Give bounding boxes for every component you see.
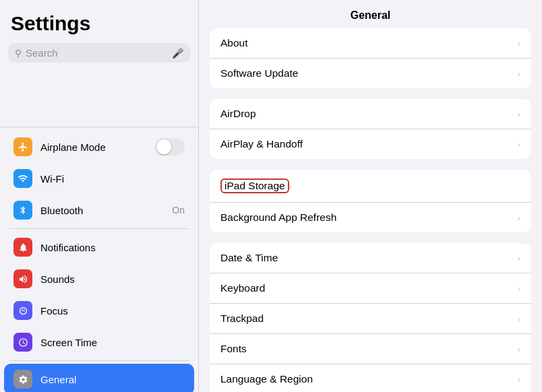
software-update-chevron-icon: ›	[518, 69, 520, 79]
trackpad-chevron-icon: ›	[518, 314, 520, 324]
sidebar-item-sounds[interactable]: Sounds	[4, 263, 194, 294]
settings-row-trackpad[interactable]: Trackpad›	[210, 304, 531, 334]
screen-time-label: Screen Time	[40, 337, 185, 348]
settings-row-background-app-refresh[interactable]: Background App Refresh›	[210, 203, 531, 232]
sidebar-item-wifi[interactable]: Wi-Fi	[4, 163, 194, 194]
sidebar-item-general[interactable]: General	[4, 364, 194, 392]
focus-label: Focus	[40, 305, 185, 317]
settings-group-group4: Date & Time›Keyboard›Trackpad›Fonts›Lang…	[210, 243, 531, 392]
date-time-label: Date & Time	[220, 252, 518, 264]
search-icon: ⚲	[15, 48, 22, 59]
settings-row-about[interactable]: About›	[210, 28, 531, 59]
keyboard-chevron-icon: ›	[518, 284, 520, 294]
ipad-storage-chevron-icon: ›	[289, 181, 292, 191]
settings-group-group3: iPad Storage›Background App Refresh›	[210, 170, 531, 232]
language-region-chevron-icon: ›	[518, 374, 520, 385]
settings-row-software-update[interactable]: Software Update›	[210, 59, 531, 88]
airplay-chevron-icon: ›	[518, 139, 520, 150]
airplane-mode-toggle[interactable]	[155, 138, 185, 156]
sounds-label: Sounds	[40, 273, 185, 285]
notifications-label: Notifications	[40, 242, 185, 253]
settings-row-airdrop[interactable]: AirDrop›	[210, 99, 531, 129]
settings-row-ipad-storage[interactable]: iPad Storage›	[210, 170, 531, 203]
fonts-chevron-icon: ›	[518, 344, 520, 354]
airplane-mode-label: Airplane Mode	[40, 141, 147, 153]
sidebar-item-screen-time[interactable]: Screen Time	[4, 327, 194, 358]
trackpad-label: Trackpad	[220, 313, 518, 325]
notifications-icon	[13, 238, 32, 257]
about-label: About	[220, 37, 518, 49]
language-region-label: Language & Region	[220, 373, 518, 385]
main-content: General About›Software Update›AirDrop›Ai…	[199, 0, 542, 392]
settings-row-fonts[interactable]: Fonts›	[210, 334, 531, 364]
wifi-label: Wi-Fi	[40, 173, 185, 185]
focus-icon	[13, 301, 32, 320]
settings-row-keyboard[interactable]: Keyboard›	[210, 273, 531, 304]
bluetooth-label: Bluetooth	[40, 205, 164, 216]
settings-row-language-region[interactable]: Language & Region›	[210, 364, 531, 392]
screen-time-icon	[13, 333, 32, 352]
main-header: General	[199, 0, 542, 28]
sounds-icon	[13, 269, 32, 288]
ipad-storage-highlight-box: iPad Storage	[220, 178, 289, 193]
ipad-storage-label: iPad Storage	[224, 180, 285, 191]
settings-row-airplay[interactable]: AirPlay & Handoff›	[210, 129, 531, 159]
sidebar-item-bluetooth[interactable]: BluetoothOn	[4, 195, 194, 226]
search-bar[interactable]: ⚲ 🎤	[8, 43, 190, 63]
sidebar-item-focus[interactable]: Focus	[4, 295, 194, 326]
keyboard-label: Keyboard	[220, 282, 518, 294]
wifi-icon	[13, 169, 32, 188]
bluetooth-icon	[13, 201, 32, 220]
settings-group-group1: About›Software Update›	[210, 28, 531, 88]
fonts-label: Fonts	[220, 343, 518, 355]
date-time-chevron-icon: ›	[518, 253, 520, 263]
airplay-label: AirPlay & Handoff	[220, 138, 518, 150]
background-app-refresh-label: Background App Refresh	[220, 211, 518, 224]
sidebar-divider	[9, 360, 189, 361]
app-title: Settings	[0, 12, 198, 43]
ad-banner-area	[0, 72, 198, 127]
airplane-mode-icon	[13, 137, 32, 156]
general-label: General	[40, 374, 185, 385]
settings-row-date-time[interactable]: Date & Time›	[210, 243, 531, 273]
sidebar-divider	[9, 228, 189, 229]
sidebar-item-notifications[interactable]: Notifications	[4, 232, 194, 263]
general-icon	[13, 370, 32, 389]
settings-group-group2: AirDrop›AirPlay & Handoff›	[210, 99, 531, 159]
bluetooth-value: On	[172, 205, 185, 216]
airdrop-label: AirDrop	[220, 108, 518, 120]
search-input[interactable]	[26, 47, 168, 59]
software-update-label: Software Update	[220, 67, 518, 79]
airdrop-chevron-icon: ›	[518, 109, 520, 119]
sidebar-item-airplane-mode[interactable]: Airplane Mode	[4, 131, 194, 162]
about-chevron-icon: ›	[518, 38, 520, 48]
sidebar: Settings ⚲ 🎤 Airplane ModeWi-FiBluetooth…	[0, 0, 199, 392]
sidebar-list: Airplane ModeWi-FiBluetoothOnNotificatio…	[0, 131, 198, 392]
microphone-icon[interactable]: 🎤	[172, 48, 183, 59]
background-app-refresh-chevron-icon: ›	[518, 213, 520, 223]
